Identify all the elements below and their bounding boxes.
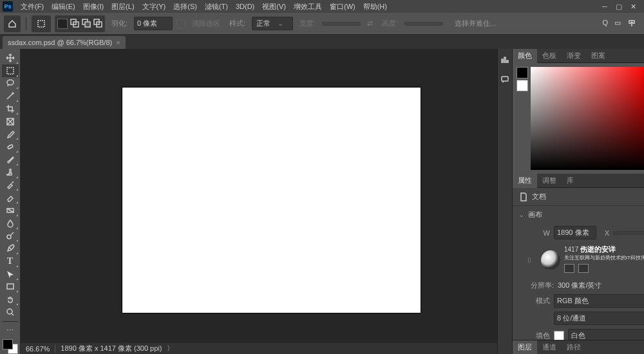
intersect-selection[interactable] bbox=[93, 19, 102, 29]
fill-value: 白色 bbox=[571, 331, 585, 340]
hand-tool[interactable] bbox=[2, 293, 19, 306]
canvas-section-header[interactable]: ⌄ 画布 bbox=[513, 206, 644, 223]
tab-properties[interactable]: 属性 bbox=[513, 174, 537, 188]
new-selection[interactable] bbox=[57, 19, 68, 29]
zoom-tool[interactable] bbox=[2, 306, 19, 319]
x-label: X bbox=[600, 229, 609, 237]
workspace-button[interactable]: ▭ bbox=[614, 19, 621, 29]
tab-libraries[interactable]: 库 bbox=[562, 174, 579, 188]
mode-select[interactable]: RGB 颜色⌄ bbox=[554, 294, 644, 308]
watermark: 1417 伤逝的安详 关注互联网与新趋势技术的IT科技博客 bbox=[541, 243, 644, 277]
frame-tool[interactable] bbox=[2, 115, 19, 128]
menu-type[interactable]: 文字(Y) bbox=[138, 0, 170, 13]
menubar: Ps 文件(F) 编辑(E) 图像(I) 图层(L) 文字(Y) 选择(S) 滤… bbox=[0, 0, 644, 13]
canvas-area[interactable]: 66.67% 1890 像素 x 1417 像素 (300 ppi) 〉 bbox=[21, 49, 497, 354]
tab-adjustments[interactable]: 调整 bbox=[537, 174, 562, 188]
close-tab-button[interactable]: × bbox=[116, 39, 120, 46]
wand-tool[interactable] bbox=[2, 89, 19, 102]
mask-button[interactable]: 选择并遮住... bbox=[447, 19, 498, 28]
tab-paths[interactable]: 路径 bbox=[562, 340, 586, 355]
close-button[interactable]: ✕ bbox=[629, 2, 638, 11]
blur-tool[interactable] bbox=[2, 217, 19, 230]
heal-tool[interactable] bbox=[2, 140, 19, 153]
subtract-selection[interactable] bbox=[82, 19, 91, 29]
status-arrow[interactable]: 〉 bbox=[167, 344, 174, 353]
separator bbox=[26, 17, 26, 30]
history-brush-tool[interactable] bbox=[2, 179, 19, 192]
status-zoom[interactable]: 66.67% bbox=[26, 345, 55, 353]
menu-edit[interactable]: 编辑(E) bbox=[48, 0, 79, 13]
canvas-rows: W 1890 像素 X 𐖋 1417 伤逝的安详 关注互联网与 bbox=[513, 223, 644, 340]
eraser-tool[interactable] bbox=[2, 191, 19, 204]
eyedropper-tool[interactable] bbox=[2, 128, 19, 141]
orient-landscape[interactable] bbox=[578, 264, 589, 273]
feather-label: 羽化: bbox=[109, 19, 130, 28]
feather-input[interactable]: 0 像素 bbox=[134, 17, 173, 30]
w-label: W bbox=[528, 229, 550, 237]
menu-view[interactable]: 视图(V) bbox=[258, 0, 290, 13]
tab-swatches[interactable]: 色板 bbox=[537, 49, 562, 63]
svg-rect-15 bbox=[502, 77, 508, 81]
search-button[interactable]: Q bbox=[602, 19, 608, 29]
fill-select[interactable]: 白色⌄ bbox=[568, 329, 644, 340]
add-selection[interactable] bbox=[70, 19, 79, 29]
shape-tool[interactable] bbox=[2, 281, 19, 293]
anchor-grid bbox=[564, 261, 644, 275]
fill-swatch[interactable] bbox=[554, 331, 564, 340]
tab-gradients[interactable]: 渐变 bbox=[562, 49, 586, 63]
right-panels: 颜色 色板 渐变 图案 ≡ 属性 调整 库 ≡ bbox=[497, 49, 644, 354]
x-input bbox=[613, 231, 644, 235]
menu-plugins[interactable]: 增效工具 bbox=[290, 0, 326, 13]
brush-icon bbox=[6, 155, 15, 164]
move-tool[interactable] bbox=[2, 51, 19, 64]
document-tab[interactable]: ssdax.com.psd @ 66.7%(RGB/8) × bbox=[3, 36, 126, 49]
tool-preset[interactable] bbox=[32, 15, 51, 32]
menu-filter[interactable]: 滤镜(T) bbox=[201, 0, 232, 13]
color-bg[interactable] bbox=[516, 80, 528, 91]
fg-swatch[interactable] bbox=[3, 339, 13, 349]
edit-toolbar[interactable]: ⋯ bbox=[2, 324, 19, 337]
tab-channels[interactable]: 通道 bbox=[537, 340, 562, 355]
color-fg[interactable] bbox=[516, 67, 528, 79]
menu-3d[interactable]: 3D(D) bbox=[232, 0, 258, 13]
menu-image[interactable]: 图像(I) bbox=[79, 0, 108, 13]
properties-body: 文档 ⌄ 画布 W 1890 像素 X bbox=[513, 188, 644, 340]
menu-window[interactable]: 窗口(W) bbox=[326, 0, 359, 13]
menu-help[interactable]: 帮助(H) bbox=[359, 0, 391, 13]
dock-icon-1[interactable] bbox=[498, 53, 512, 67]
status-bar: 66.67% 1890 像素 x 1417 像素 (300 ppi) 〉 bbox=[21, 342, 497, 354]
dock-icon-2[interactable] bbox=[498, 72, 512, 86]
document-canvas[interactable] bbox=[122, 88, 421, 313]
pen-tool[interactable] bbox=[2, 242, 19, 255]
tab-patterns[interactable]: 图案 bbox=[586, 49, 611, 63]
path-tool[interactable] bbox=[2, 268, 19, 281]
minimize-button[interactable]: ─ bbox=[600, 2, 609, 11]
width-label: 宽度: bbox=[297, 19, 318, 28]
style-select[interactable]: 正常 ⌄ bbox=[252, 17, 293, 30]
share-button[interactable] bbox=[627, 19, 636, 29]
crop-tool[interactable] bbox=[2, 102, 19, 115]
color-field[interactable] bbox=[531, 67, 644, 170]
gradient-tool[interactable] bbox=[2, 204, 19, 217]
orient-portrait[interactable] bbox=[564, 264, 574, 273]
type-icon: T bbox=[7, 256, 13, 266]
subtract-icon bbox=[82, 19, 91, 28]
maximize-button[interactable]: ▢ bbox=[614, 2, 623, 11]
tab-color[interactable]: 颜色 bbox=[513, 49, 537, 63]
props-panel-tabs: 属性 调整 库 ≡ bbox=[513, 174, 644, 188]
depth-select[interactable]: 8 位/通道⌄ bbox=[554, 312, 644, 325]
type-tool[interactable]: T bbox=[2, 255, 19, 268]
lasso-tool[interactable] bbox=[2, 77, 19, 90]
w-input[interactable]: 1890 像素 bbox=[554, 226, 596, 239]
link-icon[interactable]: 𐖋 bbox=[528, 256, 537, 264]
menu-file[interactable]: 文件(F) bbox=[17, 0, 48, 13]
tab-layers[interactable]: 图层 bbox=[513, 340, 537, 355]
menu-layer[interactable]: 图层(L) bbox=[108, 0, 138, 13]
menu-select[interactable]: 选择(S) bbox=[169, 0, 201, 13]
dodge-tool[interactable] bbox=[2, 230, 19, 243]
brush-tool[interactable] bbox=[2, 153, 19, 166]
stamp-tool[interactable] bbox=[2, 166, 19, 179]
marquee-tool[interactable] bbox=[2, 64, 19, 77]
home-button[interactable] bbox=[4, 15, 21, 32]
color-swatches[interactable] bbox=[3, 339, 18, 354]
